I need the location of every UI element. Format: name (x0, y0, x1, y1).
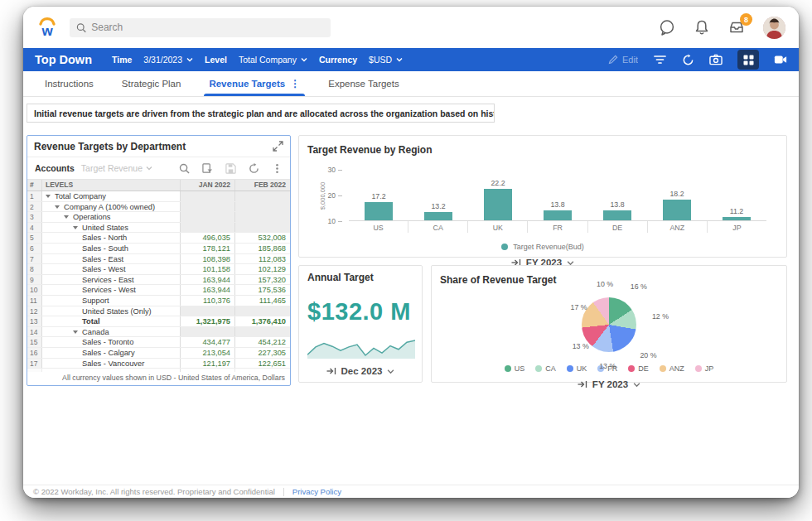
time-selector[interactable]: 3/31/2023 (143, 55, 193, 65)
bar-FR[interactable]: 13.8 (528, 170, 587, 220)
cell-jan-2022[interactable]: 213,054 (181, 348, 235, 358)
table-row[interactable]: 6Sales - South178,121185,868 (27, 244, 290, 254)
caret-icon[interactable] (55, 205, 60, 209)
refresh-icon[interactable] (681, 53, 694, 66)
cell-jan-2022[interactable] (181, 191, 235, 201)
bar-US[interactable]: 17.2 (349, 170, 408, 220)
table-row[interactable]: 3Operations (27, 212, 290, 223)
share-period-selector[interactable]: FY 2023 (440, 379, 778, 389)
caret-icon[interactable] (73, 226, 78, 229)
table-row[interactable]: 1Total Company (27, 191, 290, 202)
caret-icon[interactable] (46, 195, 51, 198)
dimension-dropdown[interactable]: Target Revenue (81, 163, 152, 173)
cell-feb-2022[interactable]: 122,651 (235, 359, 290, 369)
caret-icon[interactable] (73, 330, 78, 334)
legend-item-JP[interactable]: JP (695, 364, 714, 373)
chat-icon[interactable] (659, 19, 675, 36)
bar-ANZ[interactable]: 18.2 (647, 170, 707, 220)
bar-DE[interactable]: 13.8 (587, 170, 647, 220)
apps-grid-icon[interactable] (737, 50, 759, 70)
table-row[interactable]: 11Support110,376111,465 (27, 296, 290, 306)
expand-panel-icon[interactable] (273, 141, 283, 152)
sheet-kebab-icon[interactable] (272, 163, 283, 174)
table-row[interactable]: 13Total1,321,9751,376,410 (27, 316, 290, 327)
cell-jan-2022[interactable] (181, 306, 235, 316)
user-avatar[interactable] (763, 17, 785, 39)
legend-item-ANZ[interactable]: ANZ (660, 364, 684, 373)
cell-feb-2022[interactable]: 175,536 (235, 285, 290, 295)
cell-feb-2022[interactable]: 102,129 (235, 264, 290, 274)
sheet-refresh-icon[interactable] (249, 163, 259, 174)
bar-rect[interactable] (544, 210, 572, 220)
table-row[interactable]: 17Sales - Vancouver121,197122,651 (27, 359, 290, 369)
table-row[interactable]: 2Company A (100% owned) (27, 202, 290, 213)
currency-selector[interactable]: $USD (369, 55, 403, 65)
cell-jan-2022[interactable] (181, 327, 235, 337)
sheet-filter-icon[interactable] (202, 163, 213, 174)
cell-jan-2022[interactable]: 178,121 (181, 244, 235, 253)
legend-item-UK[interactable]: UK (567, 364, 587, 373)
bar-CA[interactable]: 13.2 (408, 170, 468, 220)
table-row[interactable]: 7Sales - East108,398112,083 (27, 254, 290, 265)
cell-jan-2022[interactable]: 163,944 (181, 275, 235, 285)
save-icon[interactable] (225, 163, 236, 174)
table-row[interactable]: 4United States (27, 223, 290, 234)
table-row[interactable]: 14Canada (27, 327, 290, 338)
table-row[interactable]: 5Sales - North496,035532,008 (27, 233, 290, 244)
table-row[interactable]: 9Services - East163,944157,320 (27, 275, 290, 286)
table-row[interactable]: 8Sales - West101,158102,129 (27, 264, 290, 275)
legend-item-DE[interactable]: DE (628, 364, 649, 373)
cell-feb-2022[interactable]: 1,376,410 (235, 316, 290, 326)
legend-item-CA[interactable]: CA (535, 364, 556, 373)
cell-feb-2022[interactable] (235, 327, 290, 337)
bar-rect[interactable] (663, 200, 691, 220)
search-input[interactable] (91, 22, 324, 33)
level-selector[interactable]: Total Company (239, 55, 307, 65)
cell-feb-2022[interactable]: 227,305 (235, 348, 290, 358)
caret-icon[interactable] (64, 215, 69, 219)
cell-jan-2022[interactable] (181, 212, 235, 222)
tab-expense-targets[interactable]: Expense Targets (328, 71, 399, 96)
table-row[interactable]: 10Services - West163,944175,536 (27, 285, 290, 296)
filter-icon[interactable] (653, 53, 666, 66)
global-search[interactable] (70, 18, 331, 37)
camera-icon[interactable] (709, 53, 723, 66)
cell-jan-2022[interactable]: 110,376 (181, 296, 235, 306)
bar-rect[interactable] (723, 217, 751, 220)
cell-jan-2022[interactable]: 434,477 (181, 337, 235, 347)
cell-feb-2022[interactable] (235, 223, 290, 233)
bar-JP[interactable]: 11.2 (707, 170, 766, 220)
sheet-search-icon[interactable] (179, 163, 190, 174)
cell-feb-2022[interactable]: 112,083 (235, 254, 290, 264)
legend-item-US[interactable]: US (505, 364, 525, 373)
cell-feb-2022[interactable]: 532,008 (235, 233, 290, 243)
bar-rect[interactable] (424, 212, 452, 220)
cell-jan-2022[interactable]: 496,035 (181, 233, 235, 243)
cell-feb-2022[interactable] (235, 306, 290, 316)
inbox-icon[interactable]: 8 (728, 19, 745, 36)
cell-feb-2022[interactable]: 157,320 (235, 275, 290, 285)
notifications-bell-icon[interactable] (694, 19, 710, 36)
workday-logo-icon[interactable]: w (36, 16, 58, 39)
tab-revenue-targets[interactable]: Revenue Targets ⋮ (209, 71, 300, 96)
cell-jan-2022[interactable] (181, 223, 235, 233)
cell-jan-2022[interactable]: 1,321,975 (181, 316, 235, 326)
cell-jan-2022[interactable] (181, 202, 235, 212)
bar-rect[interactable] (603, 210, 631, 220)
cell-feb-2022[interactable]: 111,465 (235, 296, 290, 306)
cell-feb-2022[interactable]: 185,868 (235, 244, 290, 253)
cell-feb-2022[interactable]: 454,212 (235, 337, 290, 347)
cell-jan-2022[interactable]: 163,944 (181, 285, 235, 295)
annual-period-selector[interactable]: Dec 2023 (307, 366, 413, 376)
cell-feb-2022[interactable] (235, 191, 290, 201)
cell-jan-2022[interactable]: 121,197 (181, 359, 235, 369)
cell-feb-2022[interactable] (235, 202, 290, 212)
privacy-policy-link[interactable]: Privacy Policy (292, 487, 341, 496)
tab-strategic-plan[interactable]: Strategic Plan (122, 71, 181, 96)
cell-feb-2022[interactable] (235, 212, 290, 222)
tab-instructions[interactable]: Instructions (45, 71, 94, 96)
cell-jan-2022[interactable]: 108,398 (181, 254, 235, 264)
bar-rect[interactable] (484, 189, 512, 220)
table-row[interactable]: 16Sales - Calgary213,054227,305 (27, 348, 290, 359)
tab-menu-kebab-icon[interactable]: ⋮ (290, 78, 300, 89)
